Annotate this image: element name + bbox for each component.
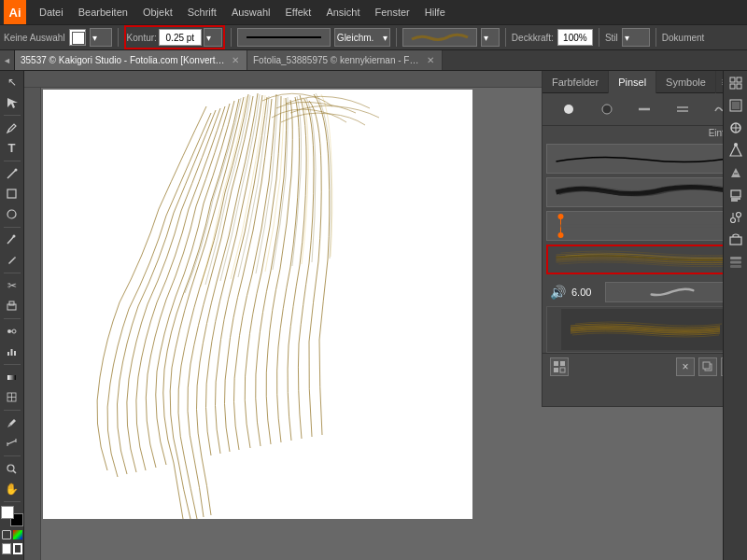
svg-rect-38: [554, 368, 558, 372]
tool-blend[interactable]: [2, 322, 22, 342]
right-icon-5[interactable]: [726, 162, 746, 183]
tool-transform[interactable]: [2, 296, 22, 315]
brush-panel: Farbfelder Pinsel Symbole ≡ »: [542, 71, 747, 407]
kontur-unit-dropdown[interactable]: ▾: [204, 28, 222, 47]
tool-paintbrush[interactable]: [2, 231, 22, 250]
tab-2-close[interactable]: ✕: [425, 55, 436, 65]
right-icon-7[interactable]: [726, 207, 746, 228]
svg-rect-2: [7, 189, 16, 198]
brush-item-2[interactable]: [546, 177, 743, 207]
scatter-brush-btn[interactable]: [597, 99, 617, 119]
menu-hilfe[interactable]: Hilfe: [417, 5, 453, 20]
color-swatches: [1, 499, 23, 558]
menu-datei[interactable]: Datei: [32, 5, 71, 20]
svg-point-4: [13, 235, 16, 238]
brush-item-4[interactable]: [546, 245, 743, 274]
svg-line-17: [7, 441, 16, 444]
fill-color-swatch[interactable]: [1, 506, 14, 519]
tab-1[interactable]: 35537 © Kakigori Studio - Fotolia.com [K…: [15, 50, 247, 71]
right-icon-1[interactable]: [726, 73, 746, 93]
tool-line[interactable]: [2, 164, 22, 184]
panel-duplicate-btn[interactable]: [698, 357, 717, 376]
stil-label: Stil: [605, 33, 618, 43]
dokument-label: Dokument: [662, 33, 705, 43]
kontur-input[interactable]: [159, 29, 202, 46]
fill-dropdown[interactable]: ▾: [90, 28, 112, 47]
tool-eyedropper[interactable]: [2, 413, 22, 433]
svg-point-8: [12, 329, 16, 333]
tab-2[interactable]: Fotolia_53885975 © kennykiernan - Fotoli…: [247, 50, 443, 71]
toolbar: Keine Auswahl ▾ Kontur: ▾ Gleichm.▾ ▾ De…: [0, 24, 747, 50]
svg-rect-39: [560, 368, 565, 372]
svg-point-7: [7, 329, 11, 333]
svg-point-61: [736, 213, 740, 217]
tool-measure[interactable]: [2, 433, 22, 453]
tool-rect[interactable]: [2, 185, 22, 204]
menu-ansicht[interactable]: Ansicht: [318, 5, 367, 20]
stroke-thumbnail-dropdown[interactable]: ▾: [481, 28, 500, 47]
opacity-label: Deckkraft:: [512, 33, 554, 43]
color-swatch-container[interactable]: [1, 506, 23, 526]
art-brush-btn[interactable]: [634, 99, 655, 119]
tool-graph[interactable]: [2, 342, 22, 361]
menu-bearbeiten[interactable]: Bearbeiten: [71, 5, 135, 20]
selection-label: Keine Auswahl: [4, 33, 65, 43]
tool-gradient[interactable]: [2, 368, 22, 387]
fill-swatch[interactable]: [69, 29, 86, 46]
tab-pinsel[interactable]: Pinsel: [609, 71, 656, 93]
svg-rect-12: [14, 351, 16, 356]
svg-point-22: [564, 105, 573, 114]
tab-scroll-left[interactable]: ◄: [0, 50, 15, 71]
tool-mesh[interactable]: [2, 387, 22, 407]
menu-schrift[interactable]: Schrift: [180, 5, 224, 20]
tool-type[interactable]: T: [2, 139, 22, 159]
tool-pencil[interactable]: [2, 250, 22, 270]
right-icon-4[interactable]: [726, 140, 746, 161]
fill-mode-btn[interactable]: [2, 543, 11, 554]
menu-effekt[interactable]: Effekt: [277, 5, 318, 20]
tab-symbole[interactable]: Symbole: [656, 71, 716, 93]
svg-rect-48: [737, 77, 741, 82]
menu-auswahl[interactable]: Auswahl: [224, 5, 278, 20]
right-icon-8[interactable]: [726, 230, 746, 250]
calligraphic-brush-btn[interactable]: [558, 99, 579, 119]
tab-1-close[interactable]: ✕: [230, 55, 241, 65]
stroke-style-dropdown[interactable]: Gleichm.▾: [334, 28, 390, 47]
tool-hand[interactable]: ✋: [2, 480, 22, 499]
pattern-brush-btn[interactable]: [672, 99, 693, 119]
brush-item-3[interactable]: [546, 211, 743, 241]
ruler-vertical: [24, 88, 41, 560]
brush-section-label: Einfach: [543, 126, 747, 140]
tool-pen[interactable]: [2, 119, 22, 138]
gradient-swatch[interactable]: [13, 530, 22, 539]
tool-scissors[interactable]: ✂: [2, 276, 22, 296]
menu-fenster[interactable]: Fenster: [367, 5, 416, 20]
tool-ellipse[interactable]: [2, 204, 22, 224]
right-icon-6[interactable]: [726, 185, 746, 205]
svg-rect-50: [737, 84, 741, 89]
stroke-mode-btn[interactable]: [13, 543, 22, 554]
opacity-input[interactable]: [557, 29, 593, 46]
tab-farbfelder[interactable]: Farbfelder: [543, 71, 609, 93]
no-fill-btn[interactable]: [2, 530, 11, 539]
svg-line-0: [7, 170, 16, 178]
svg-rect-52: [732, 102, 740, 109]
menu-objekt[interactable]: Objekt: [135, 5, 180, 20]
panel-library-btn[interactable]: [550, 357, 569, 376]
svg-point-29: [558, 214, 564, 219]
right-icon-bar: [723, 71, 747, 560]
tool-select[interactable]: ↖: [2, 73, 22, 92]
svg-rect-13: [7, 375, 16, 380]
svg-rect-36: [554, 361, 558, 366]
tool-direct-select[interactable]: [2, 93, 22, 113]
right-icon-2[interactable]: [726, 95, 746, 116]
brush-item-1[interactable]: [546, 144, 743, 174]
svg-point-30: [558, 232, 564, 238]
brush-size-row: 🔊 6.00: [543, 278, 747, 306]
right-icon-layers[interactable]: [726, 252, 746, 273]
right-icon-3[interactable]: [726, 118, 746, 138]
svg-rect-67: [730, 265, 741, 268]
tool-zoom[interactable]: [2, 459, 22, 479]
panel-delete-stroke-btn[interactable]: ×: [676, 357, 695, 376]
stil-dropdown[interactable]: ▾: [622, 28, 650, 47]
